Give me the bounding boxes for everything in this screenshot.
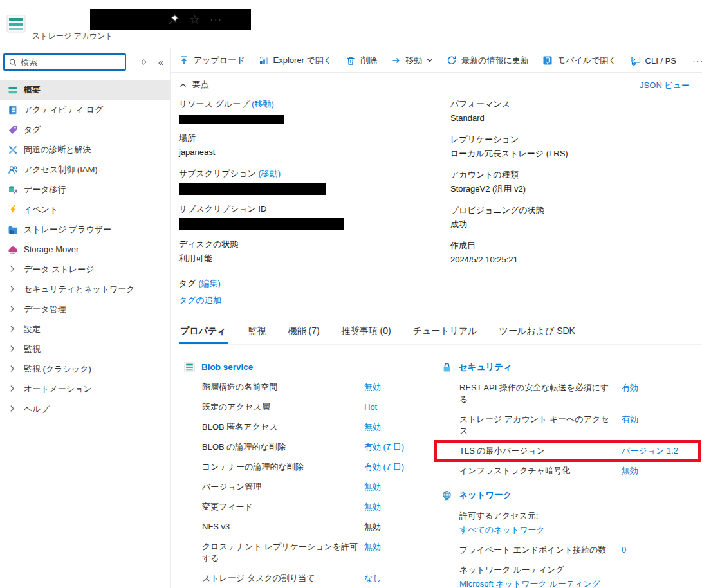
property-row: プライベート エンドポイント接続の数 0 xyxy=(459,544,702,556)
tab[interactable]: ツールおよび SDK xyxy=(498,323,577,344)
property-row: 許可するアクセス元: すべてのネットワーク xyxy=(459,510,702,536)
open-in-mobile-button[interactable]: モバイルで開く xyxy=(542,55,617,66)
property-value[interactable]: バージョン 1.2 xyxy=(622,445,678,457)
sidebar-item-activity-log[interactable]: アクティビティ ログ xyxy=(0,100,170,120)
sidebar-item-access-control[interactable]: アクセス制御 (IAM) xyxy=(0,160,170,179)
property-value[interactable]: 無効 xyxy=(364,501,381,513)
sidebar-group-label: データ管理 xyxy=(24,304,66,315)
field-value: 利用可能 xyxy=(179,252,450,266)
tab[interactable]: 推奨事項 (0) xyxy=(340,323,393,344)
favorite-star-icon[interactable]: ☆ xyxy=(189,14,200,26)
blob-service-icon xyxy=(184,362,195,372)
refresh-button[interactable]: 最新の情報に更新 xyxy=(447,55,529,66)
field-value: Standard xyxy=(450,111,702,125)
sidebar-group-item[interactable]: オートメーション xyxy=(0,379,170,399)
sidebar-group-item[interactable]: データ ストレージ xyxy=(0,259,170,279)
sidebar-item-diagnose[interactable]: 問題の診断と解決 xyxy=(0,140,170,160)
sidebar-group-item[interactable]: セキュリティとネットワーク xyxy=(0,279,170,299)
sidebar-item-events[interactable]: イベント xyxy=(0,199,170,219)
property-value[interactable]: 無効 xyxy=(364,421,381,433)
tab[interactable]: チュートリアル xyxy=(412,323,479,344)
sidebar-item-storage-mover[interactable]: Storage Mover xyxy=(0,239,170,259)
chevron-right-icon xyxy=(8,304,18,315)
move-icon xyxy=(391,55,401,66)
cli-ps-button[interactable]: CLI / PS xyxy=(631,55,676,66)
subscription-move-link[interactable]: (移動) xyxy=(258,169,281,178)
open-explorer-button[interactable]: Explorer で開く xyxy=(259,55,333,66)
collapse-sidebar-icon[interactable]: « xyxy=(158,57,163,68)
sidebar-group-label: オートメーション xyxy=(24,383,92,395)
property-label: バージョン管理 xyxy=(202,481,364,493)
refresh-icon xyxy=(447,55,457,66)
sidebar-item-storage-browser[interactable]: ストレージ ブラウザー xyxy=(0,219,170,239)
property-value[interactable]: Hot xyxy=(364,401,377,413)
property-value[interactable]: Microsoft ネットワーク ルーティング xyxy=(459,578,600,588)
field-label: 場所 xyxy=(179,131,450,145)
redacted-value xyxy=(179,115,284,124)
property-row: REST API 操作の安全な転送を必須にする 有効 xyxy=(459,382,702,405)
tab-bar: プロパティ 監視 機能 (7) 推奨事項 (0) チュートリアル ツールおよび … xyxy=(179,323,702,345)
sidebar-group-item[interactable]: ヘルプ xyxy=(0,399,170,419)
pin-icon[interactable] xyxy=(167,14,180,26)
sidebar-group-item[interactable]: 監視 xyxy=(0,339,170,359)
sidebar-group-item[interactable]: データ管理 xyxy=(0,299,170,319)
toolbar-label: 移動 xyxy=(405,55,422,66)
network-globe-icon xyxy=(441,490,452,501)
field-subscription: サブスクリプション (移動) xyxy=(179,167,450,195)
storage-account-icon xyxy=(6,14,26,33)
tags-edit-link[interactable]: (編集) xyxy=(198,279,221,288)
property-label: NFS v3 xyxy=(202,521,364,533)
property-value[interactable]: 無効 xyxy=(364,481,381,493)
sidebar-item-tags[interactable]: タグ xyxy=(0,120,170,140)
field-value: japaneast xyxy=(179,145,450,160)
property-value[interactable]: 無効 xyxy=(364,541,381,553)
field-label: 作成日 xyxy=(450,239,702,253)
property-value[interactable]: 有効 xyxy=(622,414,638,425)
tab-label: チュートリアル xyxy=(413,326,477,336)
sidebar-group-label: 設定 xyxy=(24,324,41,335)
sidebar-item-overview[interactable]: 概要 xyxy=(0,80,170,100)
property-value[interactable]: すべてのネットワーク xyxy=(459,524,545,536)
sidebar-group-item[interactable]: 設定 xyxy=(0,319,170,339)
property-row: NFS v3 無効 xyxy=(202,521,441,533)
property-value[interactable]: 無効 xyxy=(622,465,638,477)
property-row: BLOB 匿名アクセス 無効 xyxy=(202,421,441,433)
add-tags-link[interactable]: タグの追加 xyxy=(179,295,221,305)
upload-button[interactable]: アップロード xyxy=(179,55,245,66)
property-value[interactable]: 0 xyxy=(622,544,626,556)
tab[interactable]: プロパティ xyxy=(179,323,228,344)
resource-group-move-link[interactable]: (移動) xyxy=(252,99,274,109)
property-row: バージョン管理 無効 xyxy=(202,481,441,493)
tab[interactable]: 監視 xyxy=(247,323,268,344)
move-button[interactable]: 移動 xyxy=(391,55,433,66)
property-value[interactable]: 有効 (7 日) xyxy=(364,461,404,473)
sidebar-item-data-migration[interactable]: データ移行 xyxy=(0,179,170,199)
tab[interactable]: 機能 (7) xyxy=(287,323,321,344)
dock-icon[interactable] xyxy=(140,58,148,66)
collapse-essentials-icon[interactable] xyxy=(179,81,187,89)
search-input[interactable] xyxy=(21,57,121,67)
toolbar-label: 最新の情報に更新 xyxy=(461,55,529,66)
delete-button[interactable]: 削除 xyxy=(346,55,377,66)
field-account-kind: アカウントの種類 StorageV2 (汎用 v2) xyxy=(450,168,702,196)
field-label: サブスクリプション ID xyxy=(179,202,450,216)
explorer-icon xyxy=(259,55,269,66)
sidebar-group-item[interactable]: 監視 (クラシック) xyxy=(0,359,170,379)
header-more-icon[interactable]: ··· xyxy=(210,14,222,26)
field-location: 場所 japaneast xyxy=(179,131,450,160)
section-blob-service: Blob service 階層構造の名前空間 無効 既定のアクセス層 xyxy=(184,362,441,584)
tab-label: ツールおよび SDK xyxy=(499,326,575,336)
toolbar-more-icon[interactable]: ··· xyxy=(690,55,702,66)
property-value[interactable]: 有効 xyxy=(622,382,638,394)
chevron-right-icon xyxy=(8,344,18,354)
property-value[interactable]: 有効 (7 日) xyxy=(364,441,404,453)
property-value[interactable]: 無効 xyxy=(364,381,381,393)
json-view-link[interactable]: JSON ビュー xyxy=(640,80,690,91)
blob-service-rows: 階層構造の名前空間 無効 既定のアクセス層 Hot BLOB 匿名アクセス xyxy=(184,381,441,584)
property-value[interactable]: なし xyxy=(364,573,382,584)
chevron-right-icon xyxy=(8,324,18,335)
property-label: プライベート エンドポイント接続の数 xyxy=(459,544,622,556)
sidebar-group-label: データ ストレージ xyxy=(24,264,94,275)
chevron-down-icon xyxy=(427,57,433,64)
field-label: サブスクリプション xyxy=(179,169,256,178)
